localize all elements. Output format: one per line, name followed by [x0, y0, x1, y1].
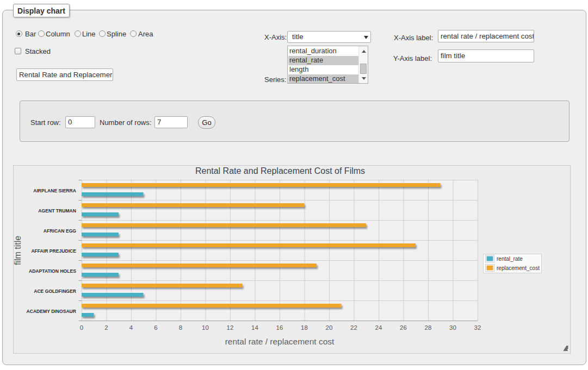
- svg-text:ACADEMY DINOSAUR: ACADEMY DINOSAUR: [26, 309, 76, 314]
- svg-text:24: 24: [375, 324, 382, 331]
- svg-text:14: 14: [251, 324, 258, 331]
- svg-text:22: 22: [350, 324, 357, 331]
- svg-text:18: 18: [301, 324, 308, 331]
- svg-text:4: 4: [129, 324, 133, 331]
- svg-text:6: 6: [154, 324, 157, 331]
- svg-text:rental_rate: rental_rate: [497, 256, 523, 262]
- svg-text:AGENT TRUMAN: AGENT TRUMAN: [38, 208, 76, 214]
- svg-text:ACE GOLDFINGER: ACE GOLDFINGER: [34, 289, 77, 294]
- svg-text:film title: film title: [14, 236, 22, 265]
- svg-text:0: 0: [80, 324, 83, 331]
- svg-text:26: 26: [400, 324, 407, 331]
- svg-text:32: 32: [474, 324, 481, 331]
- svg-text:30: 30: [449, 324, 456, 331]
- svg-text:Rental Rate and Replacement Co: Rental Rate and Replacement Cost of Film…: [195, 166, 365, 175]
- svg-text:rental rate / replacement cost: rental rate / replacement cost: [225, 337, 335, 346]
- svg-text:8: 8: [179, 324, 182, 331]
- svg-text:10: 10: [202, 324, 209, 331]
- svg-text:2: 2: [104, 324, 108, 331]
- svg-text:AIRPLANE SIERRA: AIRPLANE SIERRA: [33, 188, 76, 193]
- svg-text:AFFAIR PREJUDICE: AFFAIR PREJUDICE: [31, 248, 76, 254]
- svg-text:28: 28: [425, 324, 432, 331]
- svg-text:16: 16: [276, 324, 283, 331]
- svg-text:replacement_cost: replacement_cost: [497, 265, 540, 271]
- svg-text:12: 12: [227, 324, 234, 331]
- svg-text:AFRICAN EGG: AFRICAN EGG: [44, 228, 76, 234]
- svg-text:ADAPTATION HOLES: ADAPTATION HOLES: [29, 268, 76, 274]
- svg-text:20: 20: [326, 324, 333, 331]
